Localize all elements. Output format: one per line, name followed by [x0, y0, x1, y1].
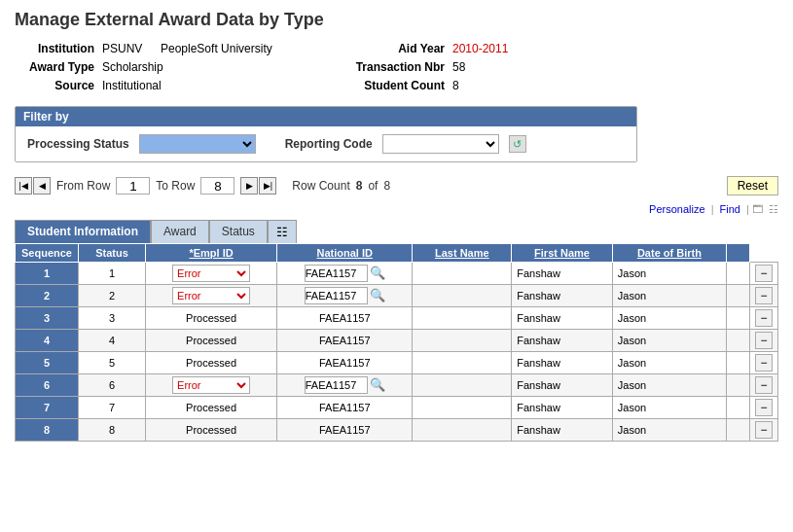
cell-dob	[727, 330, 750, 352]
cell-remove[interactable]: −	[750, 352, 778, 374]
cell-last-name: Fanshaw	[512, 307, 613, 330]
row-count-label: Row Count	[292, 179, 349, 193]
remove-row-button[interactable]: −	[755, 354, 773, 372]
cell-status: Processed	[146, 419, 277, 442]
remove-row-button[interactable]: −	[755, 421, 773, 439]
cell-first-name: Jason	[612, 374, 726, 397]
cell-first-name: Jason	[612, 397, 726, 419]
cell-remove[interactable]: −	[750, 307, 778, 330]
cell-first-name: Jason	[612, 285, 726, 307]
nav-last-button[interactable]: ▶|	[259, 177, 276, 195]
institution-code: PSUNV	[102, 42, 161, 55]
col-header-dob: Date of Birth	[612, 244, 726, 263]
nav-bar: |◀ ◀ From Row To Row ▶ ▶| Row Count 8 of…	[15, 172, 778, 199]
empl-id-input[interactable]	[305, 265, 368, 282]
status-select[interactable]: Error	[172, 376, 250, 394]
nav-next-last: ▶ ▶|	[240, 177, 276, 195]
nav-first-prev: |◀ ◀	[15, 177, 51, 195]
empl-id-input[interactable]	[305, 376, 368, 394]
cell-remove[interactable]: −	[750, 285, 778, 307]
cell-remove[interactable]: −	[750, 263, 778, 285]
cell-last-name: Fanshaw	[512, 374, 613, 397]
table-row: 66Error🔍FanshawJason−	[16, 374, 778, 397]
cell-status: Processed	[146, 330, 277, 352]
table-row: 55ProcessedFAEA1157FanshawJason−	[16, 352, 778, 374]
cell-dob	[727, 419, 750, 442]
row-number: 4	[16, 330, 79, 352]
remove-row-button[interactable]: −	[755, 399, 773, 416]
view-icon[interactable]: 🗔	[752, 203, 763, 215]
cell-status: Processed	[146, 352, 277, 374]
nav-next-button[interactable]: ▶	[240, 177, 258, 195]
nav-first-button[interactable]: |◀	[15, 177, 32, 195]
table-row: 77ProcessedFAEA1157FanshawJason−	[16, 397, 778, 419]
cell-national-id	[413, 397, 512, 419]
reporting-code-select[interactable]	[382, 134, 499, 154]
search-icon[interactable]: 🔍	[370, 288, 385, 302]
cell-sequence: 2	[78, 285, 145, 307]
col-header-action	[727, 244, 750, 263]
reset-button[interactable]: Reset	[727, 176, 778, 195]
cell-empl-id: FAEA1157	[277, 330, 413, 352]
refresh-button[interactable]: ↺	[509, 135, 526, 153]
status-select[interactable]: Error	[172, 265, 250, 282]
processing-status-select[interactable]	[139, 134, 256, 154]
remove-row-button[interactable]: −	[755, 287, 773, 304]
cell-status: Processed	[146, 307, 277, 330]
empl-id-input[interactable]	[305, 287, 368, 304]
col-header-last-name: Last Name	[413, 244, 512, 263]
cell-empl-id[interactable]: 🔍	[277, 263, 413, 285]
row-number: 8	[16, 419, 79, 442]
to-row-input[interactable]	[200, 177, 234, 195]
tab-status[interactable]: Status	[209, 220, 268, 243]
nav-prev-button[interactable]: ◀	[33, 177, 51, 195]
from-row-input[interactable]	[116, 177, 150, 195]
remove-row-button[interactable]: −	[755, 265, 773, 282]
cell-sequence: 1	[78, 263, 145, 285]
aid-year-value: 2010-2011	[452, 42, 559, 55]
aid-year-label: Aid Year	[326, 42, 452, 55]
remove-row-button[interactable]: −	[755, 309, 773, 327]
tab-award[interactable]: Award	[151, 220, 209, 243]
data-table: Sequence Status *Empl ID National ID Las…	[15, 243, 778, 442]
search-icon[interactable]: 🔍	[370, 377, 385, 392]
status-select[interactable]: Error	[172, 287, 250, 304]
personalize-link[interactable]: Personalize	[649, 203, 704, 215]
cell-first-name: Jason	[612, 263, 726, 285]
personalize-bar: Personalize | Find | 🗔 ☷	[15, 203, 778, 216]
source-value: Institutional	[102, 79, 161, 92]
separator1: |	[711, 203, 714, 215]
search-icon[interactable]: 🔍	[370, 266, 385, 280]
table-row: 33ProcessedFAEA1157FanshawJason−	[16, 307, 778, 330]
row-number: 1	[16, 263, 79, 285]
of-label: of	[368, 179, 378, 193]
cell-remove[interactable]: −	[750, 419, 778, 442]
grid-icon[interactable]: ☷	[769, 203, 778, 215]
cell-remove[interactable]: −	[750, 374, 778, 397]
cell-status[interactable]: Error	[146, 374, 277, 397]
cell-remove[interactable]: −	[750, 397, 778, 419]
cell-empl-id[interactable]: 🔍	[277, 374, 413, 397]
cell-sequence: 5	[78, 352, 145, 374]
cell-last-name: Fanshaw	[512, 397, 613, 419]
remove-row-button[interactable]: −	[755, 376, 773, 394]
cell-status: Processed	[146, 397, 277, 419]
cell-sequence: 4	[78, 330, 145, 352]
tab-special-icon[interactable]: ☷	[268, 220, 297, 243]
cell-status[interactable]: Error	[146, 285, 277, 307]
row-count-value: 8	[356, 179, 363, 193]
cell-empl-id[interactable]: 🔍	[277, 285, 413, 307]
transaction-nbr-value: 58	[452, 60, 559, 74]
cell-first-name: Jason	[612, 307, 726, 330]
filter-box: Filter by Processing Status Reporting Co…	[15, 106, 637, 162]
cell-sequence: 8	[78, 419, 145, 442]
col-header-empl-id: *Empl ID	[146, 244, 277, 263]
cell-dob	[727, 397, 750, 419]
cell-remove[interactable]: −	[750, 330, 778, 352]
award-type-label: Award Type	[15, 60, 102, 74]
cell-status[interactable]: Error	[146, 263, 277, 285]
tab-student-information[interactable]: Student Information	[15, 220, 151, 243]
find-link[interactable]: Find	[720, 203, 740, 215]
remove-row-button[interactable]: −	[755, 332, 773, 349]
cell-national-id	[413, 374, 512, 397]
